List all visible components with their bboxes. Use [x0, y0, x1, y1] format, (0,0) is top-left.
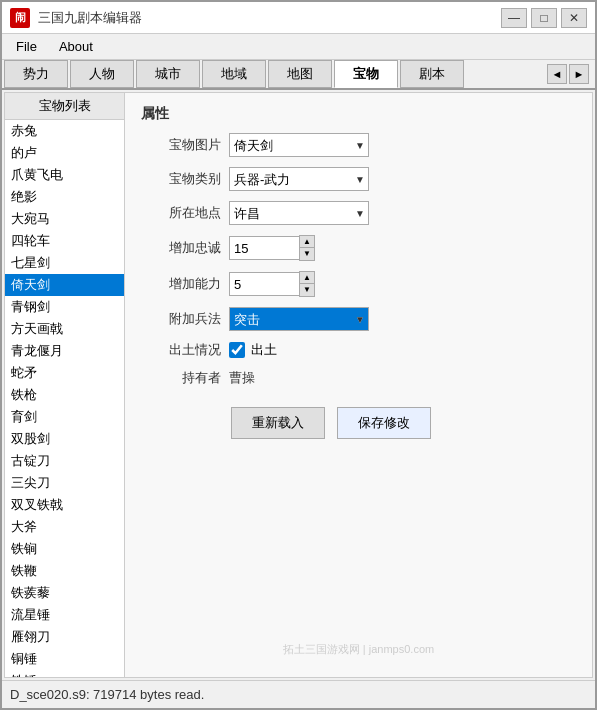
label-ability: 增加能力 — [141, 275, 221, 293]
field-loyalty: 增加忠诚 ▲ ▼ — [141, 235, 576, 261]
tab-chengshi[interactable]: 城市 — [136, 60, 200, 88]
treasure-list[interactable]: 赤兔 的卢 爪黄飞电 绝影 大宛马 四轮车 七星剑 倚天剑 青钢剑 方天画戟 青… — [5, 120, 124, 677]
select-wrapper-category: 兵器-武力 — [229, 167, 369, 191]
save-button[interactable]: 保存修改 — [337, 407, 431, 439]
window-controls: — □ ✕ — [501, 8, 587, 28]
select-wrapper-tactic: 突击 ▼ — [229, 307, 369, 331]
list-item[interactable]: 大斧 — [5, 516, 124, 538]
tab-prev-button[interactable]: ◄ — [547, 64, 567, 84]
input-loyalty[interactable] — [229, 236, 299, 260]
list-item[interactable]: 的卢 — [5, 142, 124, 164]
field-ability: 增加能力 ▲ ▼ — [141, 271, 576, 297]
list-item[interactable]: 蛇矛 — [5, 362, 124, 384]
holder-value: 曹操 — [229, 369, 255, 387]
spinner-up-loyalty[interactable]: ▲ — [300, 236, 314, 248]
select-image[interactable]: 倚天剑 — [229, 133, 369, 157]
select-category[interactable]: 兵器-武力 — [229, 167, 369, 191]
list-header: 宝物列表 — [5, 93, 124, 120]
list-panel: 宝物列表 赤兔 的卢 爪黄飞电 绝影 大宛马 四轮车 七星剑 倚天剑 青钢剑 方… — [5, 93, 125, 677]
list-item[interactable]: 铜锤 — [5, 648, 124, 670]
checkbox-row-excavated: 出土 — [229, 341, 277, 359]
input-ability[interactable] — [229, 272, 299, 296]
tab-diyu[interactable]: 地域 — [202, 60, 266, 88]
reload-button[interactable]: 重新载入 — [231, 407, 325, 439]
list-item[interactable]: 绝影 — [5, 186, 124, 208]
menu-file[interactable]: File — [6, 37, 47, 56]
spinner-btns-loyalty: ▲ ▼ — [299, 235, 315, 261]
minimize-button[interactable]: — — [501, 8, 527, 28]
label-holder: 持有者 — [141, 369, 221, 387]
list-item[interactable]: 青龙偃月 — [5, 340, 124, 362]
field-category: 宝物类别 兵器-武力 — [141, 167, 576, 191]
tab-next-button[interactable]: ► — [569, 64, 589, 84]
close-button[interactable]: ✕ — [561, 8, 587, 28]
app-icon: 闹 — [10, 8, 30, 28]
label-loyalty: 增加忠诚 — [141, 239, 221, 257]
tab-juben[interactable]: 剧本 — [400, 60, 464, 88]
spinner-up-ability[interactable]: ▲ — [300, 272, 314, 284]
spinner-loyalty: ▲ ▼ — [229, 235, 315, 261]
field-image: 宝物图片 倚天剑 — [141, 133, 576, 157]
list-item[interactable]: 双股剑 — [5, 428, 124, 450]
menu-bar: File About — [2, 34, 595, 60]
label-excavated: 出土情况 — [141, 341, 221, 359]
spinner-ability: ▲ ▼ — [229, 271, 315, 297]
list-item[interactable]: 赤兔 — [5, 120, 124, 142]
list-item[interactable]: 古锭刀 — [5, 450, 124, 472]
menu-about[interactable]: About — [49, 37, 103, 56]
list-item[interactable]: 方天画戟 — [5, 318, 124, 340]
list-item[interactable]: 双叉铁戟 — [5, 494, 124, 516]
list-item[interactable]: 四轮车 — [5, 230, 124, 252]
field-excavated: 出土情况 出土 — [141, 341, 576, 359]
list-item[interactable]: 铁枪 — [5, 384, 124, 406]
select-wrapper-image: 倚天剑 — [229, 133, 369, 157]
tab-navigation: ◄ ► — [547, 64, 589, 84]
list-item[interactable]: 大宛马 — [5, 208, 124, 230]
list-item[interactable]: 雁翎刀 — [5, 626, 124, 648]
list-item-selected[interactable]: 倚天剑 — [5, 274, 124, 296]
list-item[interactable]: 铁锤 — [5, 670, 124, 677]
spinner-down-ability[interactable]: ▼ — [300, 284, 314, 296]
tab-shili[interactable]: 势力 — [4, 60, 68, 88]
field-holder: 持有者 曹操 — [141, 369, 576, 387]
select-wrapper-location: 许昌 — [229, 201, 369, 225]
select-tactic[interactable]: 突击 — [229, 307, 369, 331]
main-window: 闹 三国九剧本编辑器 — □ ✕ File About 势力 人物 城市 地域 … — [0, 0, 597, 710]
watermark: 拓土三国游戏网 | janmps0.com — [283, 642, 434, 657]
select-location[interactable]: 许昌 — [229, 201, 369, 225]
main-content: 宝物列表 赤兔 的卢 爪黄飞电 绝影 大宛马 四轮车 七星剑 倚天剑 青钢剑 方… — [4, 92, 593, 678]
section-title: 属性 — [141, 105, 576, 123]
status-message: D_sce020.s9: 719714 bytes read. — [10, 687, 204, 702]
status-bar: D_sce020.s9: 719714 bytes read. — [2, 680, 595, 708]
checkbox-excavated[interactable] — [229, 342, 245, 358]
window-title: 三国九剧本编辑器 — [38, 9, 493, 27]
list-item[interactable]: 铁鞭 — [5, 560, 124, 582]
spinner-down-loyalty[interactable]: ▼ — [300, 248, 314, 260]
label-image: 宝物图片 — [141, 136, 221, 154]
field-tactic: 附加兵法 突击 ▼ — [141, 307, 576, 331]
tab-ditu[interactable]: 地图 — [268, 60, 332, 88]
list-item[interactable]: 流星锤 — [5, 604, 124, 626]
tab-renwu[interactable]: 人物 — [70, 60, 134, 88]
tab-bar: 势力 人物 城市 地域 地图 宝物 剧本 ◄ ► — [2, 60, 595, 90]
list-item[interactable]: 育剑 — [5, 406, 124, 428]
list-item[interactable]: 铁锏 — [5, 538, 124, 560]
list-item[interactable]: 青钢剑 — [5, 296, 124, 318]
label-tactic: 附加兵法 — [141, 310, 221, 328]
spinner-btns-ability: ▲ ▼ — [299, 271, 315, 297]
maximize-button[interactable]: □ — [531, 8, 557, 28]
list-item[interactable]: 爪黄飞电 — [5, 164, 124, 186]
list-item[interactable]: 铁蒺藜 — [5, 582, 124, 604]
checkbox-label-excavated: 出土 — [251, 341, 277, 359]
action-row: 重新载入 保存修改 — [141, 407, 576, 439]
list-item[interactable]: 三尖刀 — [5, 472, 124, 494]
list-item[interactable]: 七星剑 — [5, 252, 124, 274]
label-location: 所在地点 — [141, 204, 221, 222]
tab-baowu[interactable]: 宝物 — [334, 60, 398, 88]
title-bar: 闹 三国九剧本编辑器 — □ ✕ — [2, 2, 595, 34]
field-location: 所在地点 许昌 — [141, 201, 576, 225]
label-category: 宝物类别 — [141, 170, 221, 188]
right-panel: 属性 宝物图片 倚天剑 宝物类别 兵器-武力 — [125, 93, 592, 677]
